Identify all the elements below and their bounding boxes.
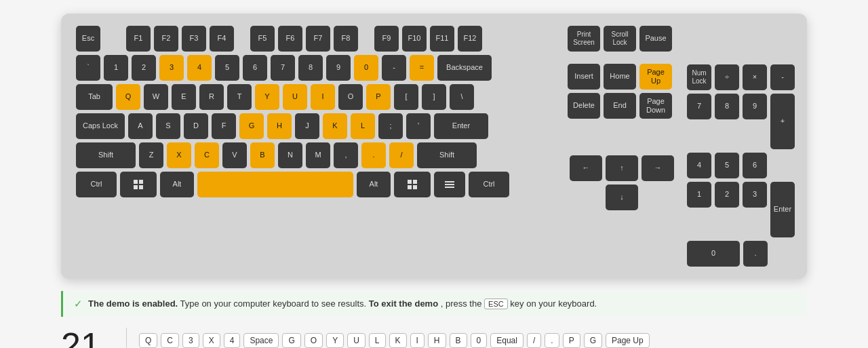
key-equal[interactable]: = xyxy=(410,55,434,81)
key-alt-right[interactable]: Alt xyxy=(357,172,391,197)
key-slash[interactable]: / xyxy=(389,142,414,168)
key-numpad-enter[interactable]: Enter xyxy=(770,182,795,237)
key-7[interactable]: 7 xyxy=(271,55,295,81)
key-numpad-decimal[interactable]: . xyxy=(743,241,768,267)
key-k[interactable]: K xyxy=(323,113,347,139)
key-j[interactable]: J xyxy=(295,113,319,139)
key-pause[interactable]: Pause xyxy=(639,26,672,52)
key-alt-left[interactable]: Alt xyxy=(160,172,194,197)
key-delete[interactable]: Delete xyxy=(568,93,600,119)
key-f11[interactable]: F11 xyxy=(430,26,454,52)
key-f4[interactable]: F4 xyxy=(210,26,234,52)
key-shift-left[interactable]: Shift xyxy=(76,142,136,168)
key-numpad-4[interactable]: 4 xyxy=(687,153,711,178)
key-minus[interactable]: - xyxy=(382,55,406,81)
key-space[interactable] xyxy=(197,172,353,197)
key-num-lock[interactable]: NumLock xyxy=(687,64,711,90)
key-e[interactable]: E xyxy=(172,84,196,110)
key-numpad-2[interactable]: 2 xyxy=(715,182,739,208)
key-l[interactable]: L xyxy=(351,113,375,139)
key-p[interactable]: P xyxy=(366,84,391,110)
key-1[interactable]: 1 xyxy=(104,55,128,81)
key-f9[interactable]: F9 xyxy=(374,26,399,52)
key-d[interactable]: D xyxy=(184,113,208,139)
key-ctrl-left[interactable]: Ctrl xyxy=(76,172,117,197)
key-q[interactable]: Q xyxy=(116,84,140,110)
key-numpad-3[interactable]: 3 xyxy=(743,182,767,208)
key-h[interactable]: H xyxy=(267,113,292,139)
key-3[interactable]: 3 xyxy=(159,55,184,81)
key-tab[interactable]: Tab xyxy=(76,84,113,110)
key-m[interactable]: M xyxy=(306,142,330,168)
key-page-up[interactable]: PageUp xyxy=(639,64,672,90)
key-numpad-8[interactable]: 8 xyxy=(715,94,739,119)
key-f8[interactable]: F8 xyxy=(334,26,358,52)
key-numpad-1[interactable]: 1 xyxy=(687,182,711,208)
key-end[interactable]: End xyxy=(604,93,636,119)
key-0[interactable]: 0 xyxy=(354,55,378,81)
key-numpad-divide[interactable]: ÷ xyxy=(715,64,739,90)
key-u[interactable]: U xyxy=(283,84,307,110)
key-numpad-minus[interactable]: - xyxy=(770,64,795,90)
key-quote[interactable]: ' xyxy=(406,113,431,139)
key-b[interactable]: B xyxy=(250,142,275,168)
key-numpad-7[interactable]: 7 xyxy=(687,94,711,119)
key-arrow-down[interactable]: ↓ xyxy=(606,185,638,210)
key-semicolon[interactable]: ; xyxy=(378,113,403,139)
key-n[interactable]: N xyxy=(278,142,302,168)
key-8[interactable]: 8 xyxy=(298,55,323,81)
key-g[interactable]: G xyxy=(239,113,264,139)
key-6[interactable]: 6 xyxy=(243,55,267,81)
key-s[interactable]: S xyxy=(156,113,180,139)
key-backslash[interactable]: \ xyxy=(450,84,474,110)
key-c[interactable]: C xyxy=(195,142,219,168)
key-print-screen[interactable]: PrintScreen xyxy=(568,26,600,52)
key-5[interactable]: 5 xyxy=(215,55,239,81)
key-backspace[interactable]: Backspace xyxy=(437,55,492,81)
key-x[interactable]: X xyxy=(167,142,191,168)
key-v[interactable]: V xyxy=(222,142,247,168)
key-page-down[interactable]: PageDown xyxy=(639,93,672,119)
key-home[interactable]: Home xyxy=(604,64,636,90)
key-lbracket[interactable]: [ xyxy=(394,84,418,110)
key-f6[interactable]: F6 xyxy=(278,26,302,52)
key-f[interactable]: F xyxy=(212,113,236,139)
key-f2[interactable]: F2 xyxy=(154,26,178,52)
key-9[interactable]: 9 xyxy=(326,55,351,81)
key-f3[interactable]: F3 xyxy=(182,26,206,52)
key-t[interactable]: T xyxy=(227,84,252,110)
key-2[interactable]: 2 xyxy=(132,55,156,81)
key-scroll-lock[interactable]: ScrollLock xyxy=(604,26,636,52)
key-shift-right[interactable]: Shift xyxy=(417,142,477,168)
key-numpad-multiply[interactable]: × xyxy=(743,64,767,90)
key-ctrl-right[interactable]: Ctrl xyxy=(469,172,509,197)
key-f7[interactable]: F7 xyxy=(306,26,330,52)
key-caps-lock[interactable]: Caps Lock xyxy=(76,113,125,139)
key-o[interactable]: O xyxy=(338,84,363,110)
key-w[interactable]: W xyxy=(144,84,168,110)
key-i[interactable]: I xyxy=(311,84,335,110)
key-numpad-9[interactable]: 9 xyxy=(743,94,767,119)
key-enter[interactable]: Enter xyxy=(434,113,488,139)
key-comma[interactable]: , xyxy=(334,142,358,168)
key-y[interactable]: Y xyxy=(255,84,279,110)
key-arrow-left[interactable]: ← xyxy=(570,155,602,181)
key-esc[interactable]: Esc xyxy=(76,26,100,52)
key-f10[interactable]: F10 xyxy=(402,26,427,52)
key-numpad-0[interactable]: 0 xyxy=(687,241,740,267)
key-insert[interactable]: Insert xyxy=(568,64,600,90)
key-backtick[interactable]: ` xyxy=(76,55,100,81)
key-menu[interactable] xyxy=(434,172,465,197)
key-r[interactable]: R xyxy=(199,84,224,110)
key-numpad-5[interactable]: 5 xyxy=(715,153,739,178)
key-a[interactable]: A xyxy=(128,113,153,139)
key-f1[interactable]: F1 xyxy=(126,26,151,52)
key-f12[interactable]: F12 xyxy=(458,26,482,52)
key-win-left[interactable] xyxy=(120,172,157,197)
key-period[interactable]: . xyxy=(361,142,386,168)
key-4[interactable]: 4 xyxy=(187,55,212,81)
key-z[interactable]: Z xyxy=(139,142,163,168)
key-win-right[interactable] xyxy=(394,172,431,197)
key-arrow-up[interactable]: ↑ xyxy=(606,155,638,181)
key-numpad-6[interactable]: 6 xyxy=(743,153,767,178)
